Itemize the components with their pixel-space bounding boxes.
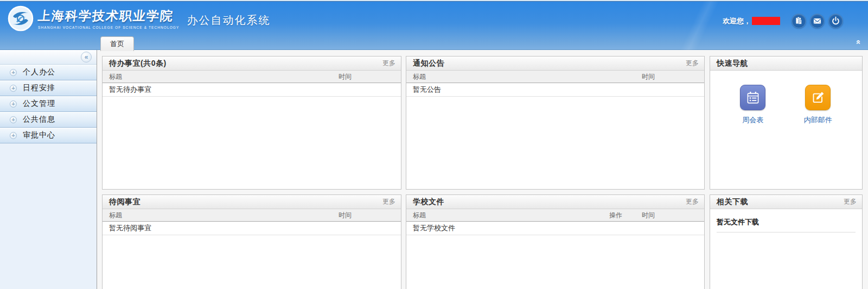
panel-school-files: 学校文件 更多 标题 操作 时间 暂无学校文件 (406, 194, 705, 289)
college-logo-icon (8, 5, 34, 32)
panel-downloads-header: 相关下载 更多 (710, 195, 862, 209)
sidebar-item-approval-center[interactable]: + 审批中心 (0, 128, 97, 143)
todo-more-link[interactable]: 更多 (382, 59, 401, 68)
panel-quick-nav: 快速导航 周会表 (710, 56, 863, 190)
panel-quick-nav-header: 快速导航 (710, 56, 862, 71)
notice-empty-row: 暂无公告 (406, 83, 704, 97)
shortcut-label: 周会表 (742, 115, 763, 125)
college-name-block: 上海科学技术职业学院 SHANGHAI VOCATIONAL COLLEGE O… (38, 8, 179, 29)
panel-notice-header: 通知公告 更多 (406, 56, 704, 71)
panel-to-read-title: 待阅事宜 (103, 197, 382, 207)
mail-icon[interactable] (810, 14, 825, 28)
collapse-up-icon[interactable]: « (854, 40, 863, 44)
todo-empty-row: 暂无待办事宜 (103, 83, 401, 97)
system-title: 办公自动化系统 (187, 10, 270, 28)
school-files-empty-row: 暂无学校文件 (406, 222, 704, 235)
app-header: 上海科学技术职业学院 SHANGHAI VOCATIONAL COLLEGE O… (0, 0, 868, 50)
sidebar-item-public-info[interactable]: + 公共信息 (0, 112, 97, 128)
column-title: 标题 (406, 211, 609, 220)
to-read-empty-row: 暂无待阅事宜 (103, 222, 401, 235)
sidebar-item-label: 公共信息 (23, 115, 55, 124)
compose-icon (805, 85, 831, 110)
column-time: 时间 (642, 211, 704, 220)
panel-to-read: 待阅事宜 更多 标题 时间 暂无待阅事宜 (102, 194, 401, 289)
column-time: 时间 (642, 72, 704, 81)
main-content: 待办事宜(共0条) 更多 标题 时间 暂无待办事宜 通知公告 更多 标题 时间 … (97, 50, 868, 289)
sidebar-item-personal-office[interactable]: + 个人办公 (0, 65, 97, 80)
panel-todo: 待办事宜(共0条) 更多 标题 时间 暂无待办事宜 (102, 56, 401, 190)
sidebar-item-document-management[interactable]: + 公文管理 (0, 96, 97, 112)
plus-circle-icon: + (10, 85, 17, 92)
column-time: 时间 (339, 211, 401, 220)
sidebar: « + 个人办公 + 日程安排 + 公文管理 + 公共信息 + 审批中心 (0, 50, 97, 289)
plus-circle-icon: + (10, 132, 17, 139)
redacted-username (752, 17, 780, 25)
school-files-table-header: 标题 操作 时间 (406, 209, 704, 222)
sidebar-item-label: 日程安排 (23, 83, 55, 93)
panel-notice-title: 通知公告 (406, 59, 686, 68)
column-title: 标题 (103, 72, 339, 81)
downloads-empty-text: 暂无文件下载 (710, 209, 862, 232)
sidebar-item-schedule[interactable]: + 日程安排 (0, 80, 97, 96)
plus-circle-icon: + (10, 100, 17, 108)
panel-school-files-title: 学校文件 (406, 197, 686, 207)
college-name-en: SHANGHAI VOCATIONAL COLLEGE OF SCIENCE &… (38, 26, 179, 29)
panel-notice: 通知公告 更多 标题 时间 暂无公告 (406, 56, 705, 190)
brand-block: 上海科学技术职业学院 SHANGHAI VOCATIONAL COLLEGE O… (8, 5, 270, 32)
column-action: 操作 (609, 211, 642, 220)
column-title: 标题 (103, 211, 339, 220)
tab-home-label: 首页 (110, 39, 124, 49)
sidebar-item-label: 审批中心 (23, 130, 55, 140)
sidebar-item-label: 个人办公 (23, 67, 55, 77)
notice-table-header: 标题 时间 (406, 71, 704, 83)
shortcut-label: 内部邮件 (804, 115, 832, 125)
panel-downloads-title: 相关下载 (710, 197, 844, 207)
to-read-table-header: 标题 时间 (103, 209, 401, 222)
clipboard-icon[interactable] (792, 14, 806, 28)
column-title: 标题 (406, 72, 642, 81)
sidebar-collapse-button[interactable]: « (81, 52, 92, 62)
panel-todo-title: 待办事宜(共0条) (103, 59, 382, 68)
plus-circle-icon: + (10, 69, 17, 76)
sidebar-item-label: 公文管理 (23, 99, 55, 109)
school-files-more-link[interactable]: 更多 (686, 197, 704, 206)
notice-more-link[interactable]: 更多 (686, 59, 704, 68)
college-name-cn: 上海科学技术职业学院 (37, 8, 180, 24)
to-read-more-link[interactable]: 更多 (382, 197, 401, 206)
todo-table-header: 标题 时间 (103, 71, 401, 83)
shortcut-internal-mail[interactable]: 内部邮件 (804, 85, 832, 125)
panel-to-read-header: 待阅事宜 更多 (103, 195, 401, 209)
panel-todo-header: 待办事宜(共0条) 更多 (103, 56, 401, 71)
tab-home[interactable]: 首页 (100, 36, 134, 51)
panel-quick-nav-title: 快速导航 (710, 59, 862, 68)
panel-school-files-header: 学校文件 更多 (406, 195, 704, 209)
panel-downloads: 相关下载 更多 暂无文件下载 (710, 194, 863, 289)
column-time: 时间 (339, 72, 401, 81)
power-icon[interactable] (828, 14, 843, 28)
header-user-area: 欢迎您， (723, 14, 843, 28)
shortcut-weekly-schedule[interactable]: 周会表 (740, 85, 765, 125)
downloads-more-link[interactable]: 更多 (844, 197, 862, 206)
welcome-text: 欢迎您， (723, 16, 751, 26)
schedule-icon (740, 85, 765, 110)
plus-circle-icon: + (10, 116, 17, 123)
downloads-divider (717, 232, 856, 233)
sidebar-top-bar: « (0, 50, 97, 65)
quick-nav-body: 周会表 内部邮件 (710, 71, 862, 125)
